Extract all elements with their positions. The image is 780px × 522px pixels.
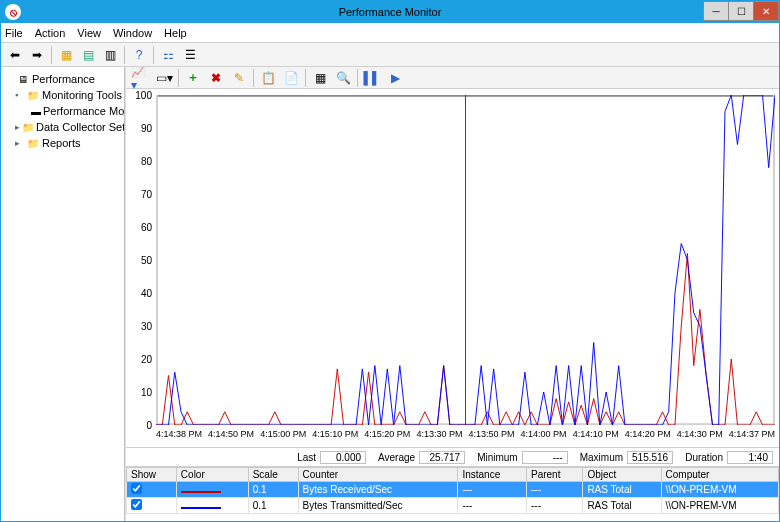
close-button[interactable]: ✕: [753, 1, 779, 21]
tree-monitoring-tools[interactable]: ▪📁Monitoring Tools: [3, 87, 122, 103]
stat-minimum-label: Minimum: [477, 452, 518, 463]
stat-duration-value: 1:40: [727, 451, 773, 464]
stat-average-value: 25.717: [419, 451, 465, 464]
legend-header-instance[interactable]: Instance: [458, 468, 527, 482]
copy-button[interactable]: 📋: [257, 68, 279, 88]
back-button[interactable]: ⬅: [5, 45, 25, 65]
help-button[interactable]: ?: [129, 45, 149, 65]
minimize-button[interactable]: ─: [703, 1, 729, 21]
main-toolbar: ⬅ ➡ ▦ ▤ ▥ ? ⚏ ☰: [1, 43, 779, 67]
legend-header-counter[interactable]: Counter: [298, 468, 458, 482]
paste-button[interactable]: 📄: [280, 68, 302, 88]
forward-button[interactable]: ➡: [27, 45, 47, 65]
menu-action[interactable]: Action: [35, 27, 66, 39]
legend-show-checkbox[interactable]: [131, 499, 142, 510]
chart-toolbar: 📈▾ ▭▾ ＋ ✖ ✎ 📋 📄 ▦ 🔍 ▌▌ ▶: [126, 67, 779, 89]
delete-counter-button[interactable]: ✖: [205, 68, 227, 88]
svg-rect-2: [773, 95, 775, 425]
app-icon: ⦸: [5, 4, 21, 20]
menu-help[interactable]: Help: [164, 27, 187, 39]
maximize-button[interactable]: ☐: [728, 1, 754, 21]
legend-color-swatch: [181, 491, 221, 493]
legend-color-swatch: [181, 507, 221, 509]
refresh-icon[interactable]: ⚏: [158, 45, 178, 65]
options-icon[interactable]: ☰: [180, 45, 200, 65]
stat-average-label: Average: [378, 452, 415, 463]
legend-row[interactable]: 0.1Bytes Transmitted/Sec------RAS Total\…: [127, 498, 779, 514]
legend-header-parent[interactable]: Parent: [527, 468, 583, 482]
counter-legend[interactable]: ShowColorScaleCounterInstanceParentObjec…: [126, 467, 779, 521]
nav-tree[interactable]: 🖥Performance ▪📁Monitoring Tools ▬Perform…: [1, 67, 125, 521]
tree-performance-monitor[interactable]: ▬Performance Monitor: [3, 103, 122, 119]
legend-header-scale[interactable]: Scale: [248, 468, 298, 482]
chart-area: 0102030405060708090100 4:14:38 PM4:14:50…: [126, 89, 779, 447]
update-button[interactable]: ▶: [384, 68, 406, 88]
view-type-button[interactable]: 📈▾: [130, 68, 152, 88]
tree-root-performance[interactable]: 🖥Performance: [3, 71, 122, 87]
chart-view-icon[interactable]: ▭▾: [153, 68, 175, 88]
menu-file[interactable]: File: [5, 27, 23, 39]
stat-maximum-label: Maximum: [580, 452, 623, 463]
legend-header-object[interactable]: Object: [583, 468, 661, 482]
freeze-button[interactable]: ▌▌: [361, 68, 383, 88]
legend-row[interactable]: 0.1Bytes Received/Sec------RAS Total\\ON…: [127, 482, 779, 498]
stat-maximum-value: 515.516: [627, 451, 673, 464]
stat-duration-label: Duration: [685, 452, 723, 463]
window-title: Performance Monitor: [339, 6, 442, 18]
tree-reports[interactable]: ▸📁Reports: [3, 135, 122, 151]
chart-plot[interactable]: [156, 95, 775, 425]
x-axis: 4:14:38 PM4:14:50 PM4:15:00 PM4:15:10 PM…: [156, 429, 775, 443]
titlebar: ⦸ Performance Monitor ─ ☐ ✕: [1, 1, 779, 23]
add-counter-button[interactable]: ＋: [182, 68, 204, 88]
legend-header-show[interactable]: Show: [127, 468, 177, 482]
menu-window[interactable]: Window: [113, 27, 152, 39]
svg-rect-1: [156, 95, 158, 425]
highlight-button[interactable]: ✎: [228, 68, 250, 88]
stat-last-label: Last: [297, 452, 316, 463]
tree-data-collector-sets[interactable]: ▸📁Data Collector Sets: [3, 119, 122, 135]
export-button[interactable]: ▥: [100, 45, 120, 65]
stats-bar: Last 0.000 Average 25.717 Minimum --- Ma…: [126, 447, 779, 467]
stat-last-value: 0.000: [320, 451, 366, 464]
legend-show-checkbox[interactable]: [131, 483, 142, 494]
legend-header-color[interactable]: Color: [176, 468, 248, 482]
properties-button[interactable]: ▤: [78, 45, 98, 65]
menubar: File Action View Window Help: [1, 23, 779, 43]
show-hide-tree-button[interactable]: ▦: [56, 45, 76, 65]
menu-view[interactable]: View: [77, 27, 101, 39]
zoom-icon[interactable]: 🔍: [332, 68, 354, 88]
stat-minimum-value: ---: [522, 451, 568, 464]
legend-header-computer[interactable]: Computer: [661, 468, 778, 482]
properties-icon[interactable]: ▦: [309, 68, 331, 88]
